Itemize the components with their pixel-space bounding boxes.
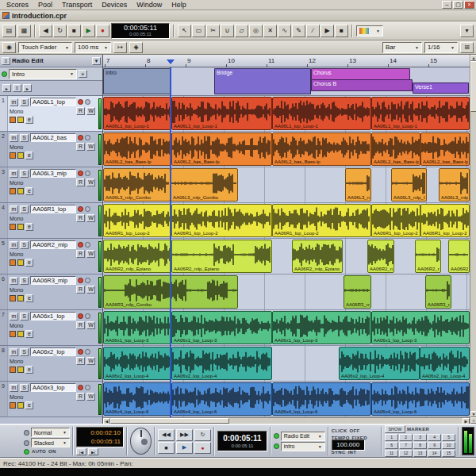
track-header[interactable]: 7mSAA06x1_lopMonoRWe — [0, 310, 102, 346]
audio-event[interactable]: AA06L3_mlp_Combo — [171, 168, 238, 202]
zoom-tool[interactable]: ◎ — [249, 25, 263, 37]
monitor-speaker-icon[interactable] — [10, 367, 16, 373]
stop-button[interactable]: ■ — [158, 442, 175, 454]
monitor-icon[interactable] — [85, 242, 90, 248]
track-solo-button[interactable]: S — [20, 348, 29, 356]
track-name[interactable]: AA06x3_lop — [30, 383, 76, 392]
list-icon[interactable]: ≡ — [2, 57, 10, 65]
automation-read-button[interactable]: R — [76, 393, 85, 401]
record-enable-icon[interactable] — [78, 385, 83, 390]
object-select-tool[interactable]: ↖ — [178, 25, 191, 37]
track-mute-button[interactable]: m — [10, 348, 18, 356]
automation-read-button[interactable]: R — [76, 286, 85, 294]
track-solo-button[interactable]: S — [20, 384, 29, 392]
arranger-chain-select[interactable]: Radio Edit ▼ — [281, 432, 325, 441]
track-name[interactable]: AA06L1_lop — [30, 98, 76, 106]
track-mute-button[interactable]: m — [10, 134, 18, 142]
audio-event[interactable]: AA06R1_lop_Loop-2 — [103, 204, 171, 237]
arrow-right-icon[interactable]: ▸ — [2, 84, 11, 92]
inserts-state-icon[interactable] — [17, 367, 24, 373]
audio-event[interactable]: AA06x1_lop_Loop-3 — [103, 311, 171, 344]
locator-display[interactable]: 0:00:02:10 0:00:05:11 — [76, 427, 124, 447]
monitor-icon[interactable] — [85, 99, 90, 105]
record-button[interactable]: ● — [194, 442, 211, 454]
automation-read-button[interactable]: R — [76, 250, 85, 258]
audio-event[interactable]: AA06x2_lop_Loop-4 — [171, 347, 272, 380]
track-name[interactable]: AA06R2_mlp — [30, 240, 76, 249]
color-tool[interactable]: ■ — [335, 25, 348, 37]
inserts-state-icon[interactable] — [17, 331, 24, 337]
monitor-icon[interactable] — [85, 171, 90, 176]
marker-button-12[interactable]: 12 — [399, 450, 413, 457]
inserts-state-icon[interactable] — [17, 188, 24, 194]
close-button[interactable]: × — [464, 1, 474, 9]
track-header[interactable]: 3mSAA06L3_mlpMonoRWe — [0, 167, 102, 203]
minimize-button[interactable]: – — [442, 1, 452, 9]
audio-event[interactable]: AA06L1_lop_Loop-1 — [272, 97, 371, 130]
marker-button-7[interactable]: 7 — [399, 442, 413, 449]
chevron-down-icon[interactable]: ▼ — [92, 57, 101, 65]
track-solo-button[interactable]: S — [20, 313, 29, 321]
arranger-part-chorus-b[interactable]: Chorus B — [311, 79, 413, 91]
track-solo-button[interactable]: S — [20, 277, 29, 285]
audio-event[interactable]: AA06R3_mlp_Combo — [344, 275, 371, 309]
automation-read-button[interactable]: R — [76, 143, 85, 151]
inserts-state-icon[interactable] — [17, 117, 24, 123]
arranger-part-intro[interactable]: Intro — [103, 68, 171, 94]
draw-tool[interactable]: ✎ — [292, 25, 305, 37]
arranger-part-bridge[interactable]: Bridge — [214, 68, 311, 94]
track-mute-button[interactable]: m — [10, 241, 18, 249]
automation-write-button[interactable]: W — [86, 214, 95, 222]
audio-event[interactable]: AA06R1_lop_Loop-2 — [371, 204, 420, 237]
erase-tool[interactable]: ▱ — [235, 25, 248, 37]
overview-toggle-button[interactable]: ▦ — [17, 25, 31, 37]
audio-event[interactable]: AA06x4_lop_Loop-6 — [103, 382, 171, 416]
monitor-icon[interactable] — [85, 385, 90, 390]
track-name[interactable]: AA06R1_lop — [30, 205, 76, 213]
arranger-part-chorus[interactable]: Chorus — [311, 68, 410, 80]
inserts-state-icon[interactable] — [17, 295, 24, 301]
grid-type-button[interactable]: ⊞ — [460, 42, 474, 53]
record-enable-icon[interactable] — [78, 206, 83, 212]
arrow-right-icon[interactable]: ▸ — [23, 84, 32, 92]
automation-write-button[interactable]: W — [86, 286, 95, 294]
active-part-select[interactable]: Intro ▼ — [9, 69, 77, 79]
scroll-down-icon[interactable]: ▼ — [470, 411, 476, 417]
click-label[interactable]: CLICK — [332, 428, 347, 433]
cycle-button[interactable]: ↻ — [53, 25, 67, 37]
marker-button-6[interactable]: 6 — [385, 442, 398, 449]
audio-event[interactable]: AA06L2_bas_Bass-lp — [272, 132, 371, 166]
scroll-up-icon[interactable]: ▲ — [470, 55, 476, 61]
marker-button-5[interactable]: 5 — [442, 434, 455, 441]
menu-window[interactable]: Window — [132, 1, 167, 9]
automation-write-button[interactable]: W — [86, 178, 95, 186]
marker-button-4[interactable]: 4 — [428, 434, 441, 441]
audio-event[interactable]: AA06x2_lop_Loop-4 — [339, 347, 420, 380]
edit-channel-button[interactable]: e — [25, 152, 33, 159]
record-enable-icon[interactable] — [78, 171, 83, 176]
track-name[interactable]: AA06R3_mlp — [30, 276, 76, 285]
forward-button[interactable]: ▶▶ — [176, 429, 193, 441]
automation-read-button[interactable]: R — [76, 107, 85, 115]
marker-button-3[interactable]: 3 — [413, 434, 427, 441]
track-solo-button[interactable]: S — [20, 170, 29, 178]
track-solo-button[interactable]: S — [20, 205, 29, 213]
automation-write-button[interactable]: W — [86, 143, 95, 151]
automation-write-button[interactable]: W — [86, 393, 95, 401]
maximize-button[interactable]: ▢ — [453, 1, 463, 9]
audio-event[interactable]: AA06x4_lop_Loop-6 — [272, 382, 371, 416]
audio-event[interactable]: AA06R1_lop_Loop-2 — [272, 204, 371, 237]
audio-event[interactable]: AA06L2_bas_Bass-lp — [371, 132, 420, 166]
audio-event[interactable]: AA06L3_mlp_Combo — [439, 168, 470, 202]
play-button[interactable]: ▶ — [82, 25, 95, 37]
monitor-speaker-icon[interactable] — [10, 117, 16, 123]
edit-channel-button[interactable]: e — [25, 223, 33, 231]
audio-event[interactable]: AA06L2_bas_Bass-lp — [420, 132, 470, 166]
primary-time-display[interactable]: 0:00:05:11 0:00:05:11 — [217, 431, 267, 451]
track-solo-button[interactable]: S — [20, 241, 29, 249]
automation-write-button[interactable]: W — [86, 250, 95, 258]
jog-shuttle-wheel[interactable] — [130, 428, 152, 455]
edit-channel-button[interactable]: e — [25, 187, 33, 195]
track-header[interactable]: 1mSAA06L1_lopMonoRWe — [0, 96, 102, 132]
part-edit-button[interactable]: e — [79, 70, 87, 78]
